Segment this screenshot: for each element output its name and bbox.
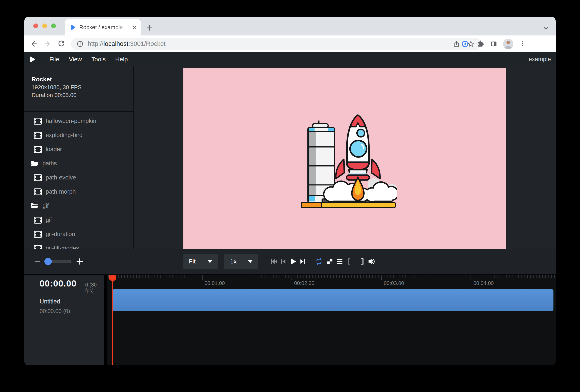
folder-open-icon <box>30 160 39 167</box>
rocket <box>336 115 380 180</box>
ruler-label: 00:04.00 <box>473 280 494 286</box>
sidebar-folder-gif[interactable]: gif <box>24 199 133 213</box>
side-panel-icon[interactable] <box>490 40 498 48</box>
divider <box>104 275 107 365</box>
browser-window: Rocket / example - Remotion Pr <box>24 17 556 365</box>
sidebar-item-gif[interactable]: gif <box>24 213 133 227</box>
current-timecode: 00:00.00 <box>40 278 77 289</box>
password-manager-extension-icon[interactable] <box>461 40 469 48</box>
composition-resolution-fps: 1920x1080, 30 FPS <box>31 83 133 91</box>
sidebar-item-halloween-pumpkin[interactable]: halloween-pumpkin <box>24 114 133 128</box>
film-icon <box>34 188 42 195</box>
profile-avatar[interactable] <box>503 39 513 49</box>
composition-name: Rocket <box>31 76 133 83</box>
tab-close-icon[interactable] <box>132 24 138 31</box>
chevron-down-icon <box>248 260 253 263</box>
app-menu-bar: File View Tools Help example <box>24 52 556 66</box>
tab-search-chevron-icon[interactable] <box>542 25 550 31</box>
timeline-panel: 00:00.00 0 (30 fps) Untitled 00:00.00 (0… <box>24 275 556 365</box>
size-mode-dropdown[interactable]: Fit <box>183 254 218 269</box>
play-button[interactable] <box>289 258 297 265</box>
menu-tools[interactable]: Tools <box>87 56 110 63</box>
preview-zoom-slider[interactable] <box>45 258 71 265</box>
film-icon <box>34 118 42 125</box>
menu-file[interactable]: File <box>45 56 64 63</box>
timeline-rows-button[interactable] <box>336 258 343 265</box>
playhead-marker[interactable] <box>109 275 116 282</box>
volume-button[interactable] <box>368 258 376 265</box>
project-name-label: example <box>529 56 551 63</box>
slider-knob[interactable] <box>44 258 52 265</box>
playback-rate-dropdown[interactable]: 1x <box>224 254 258 269</box>
sidebar-item-exploding-bird[interactable]: exploding-bird <box>24 128 133 142</box>
loop-button[interactable] <box>315 258 323 265</box>
film-icon <box>34 132 42 139</box>
ruler-label: 00:03.00 <box>384 280 404 286</box>
tab-title: Rocket / example - Remotion Pr <box>79 24 125 31</box>
sidebar-item-gif-fill-modes[interactable]: gif-fill-modes <box>24 241 133 249</box>
sidebar-item-gif-duration[interactable]: gif-duration <box>24 227 133 241</box>
film-icon <box>34 217 42 224</box>
browser-tab[interactable]: Rocket / example - Remotion Pr <box>65 19 141 35</box>
ruler-label: 00:01.00 <box>204 280 225 286</box>
share-icon[interactable] <box>453 40 460 47</box>
film-icon <box>34 174 42 181</box>
next-frame-button[interactable] <box>299 258 306 265</box>
remotion-favicon <box>70 24 76 30</box>
film-icon <box>34 245 42 250</box>
transparency-checkerboard-button[interactable] <box>326 258 333 265</box>
sidebar-item-path-morph[interactable]: path-morph <box>24 185 133 199</box>
chevron-down-icon <box>208 260 212 263</box>
composition-info-panel: Rocket 1920x1080, 30 FPS Duration 00:05.… <box>24 66 133 112</box>
zoom-out-icon[interactable] <box>33 258 41 265</box>
track-name: Untitled <box>40 298 104 305</box>
tab-strip: Rocket / example - Remotion Pr <box>24 17 556 35</box>
playhead-line[interactable] <box>112 275 113 365</box>
content-area: Rocket 1920x1080, 30 FPS Duration 00:05.… <box>24 66 556 249</box>
in-point-bracket-button[interactable] <box>346 258 354 265</box>
out-point-bracket-button[interactable] <box>358 258 365 265</box>
sidebar-item-path-evolve[interactable]: path-evolve <box>24 170 133 185</box>
rocket-flame <box>352 177 364 200</box>
timeline-info-panel: 00:00.00 0 (30 fps) Untitled 00:00.00 (0… <box>24 275 104 365</box>
composition-canvas[interactable] <box>183 68 506 254</box>
menu-view[interactable]: View <box>64 56 87 63</box>
browser-menu-icon[interactable] <box>519 40 526 47</box>
url-text: http://localhost:3001/Rocket <box>88 40 165 47</box>
site-info-icon[interactable] <box>76 40 84 48</box>
divider <box>24 274 556 275</box>
current-frame-info: 0 (30 fps) <box>85 282 104 294</box>
track-start-time: 00:00.00 (0) <box>40 308 104 315</box>
address-bar[interactable]: http://localhost:3001/Rocket <box>71 38 481 50</box>
menu-items: File View Tools Help <box>45 56 133 63</box>
film-icon <box>34 231 42 238</box>
playback-controls-bar: Fit 1x <box>24 249 556 274</box>
ruler-label: 00:02.00 <box>294 280 314 286</box>
composition-list: halloween-pumpkin exploding-bird loader … <box>24 112 133 249</box>
extensions-puzzle-icon[interactable] <box>476 40 484 48</box>
minimize-window-button[interactable] <box>42 23 47 28</box>
fullscreen-window-button[interactable] <box>51 23 56 28</box>
close-window-button[interactable] <box>33 23 38 28</box>
preview-area <box>134 66 556 249</box>
remotion-logo-icon[interactable] <box>29 56 35 63</box>
timeline-track-area[interactable]: 00:01.00 00:02.00 00:03.00 00:04.00 <box>107 275 556 365</box>
composition-duration: Duration 00:05.00 <box>31 91 133 99</box>
reload-icon[interactable] <box>57 40 65 48</box>
rocket-illustration <box>301 111 397 210</box>
folder-open-icon <box>30 203 39 210</box>
timeline-track-bar[interactable] <box>113 289 554 311</box>
skip-to-start-button[interactable] <box>270 258 278 265</box>
forward-icon[interactable] <box>44 40 51 48</box>
compositions-sidebar: Rocket 1920x1080, 30 FPS Duration 00:05.… <box>24 66 134 249</box>
browser-toolbar: http://localhost:3001/Rocket <box>24 35 556 52</box>
menu-help[interactable]: Help <box>111 56 133 63</box>
back-icon[interactable] <box>30 40 38 48</box>
previous-frame-button[interactable] <box>279 258 287 265</box>
sidebar-item-loader[interactable]: loader <box>24 142 133 156</box>
zoom-in-icon[interactable] <box>76 258 84 265</box>
new-tab-button[interactable] <box>146 25 153 31</box>
film-icon <box>34 146 42 153</box>
sidebar-folder-paths[interactable]: paths <box>24 156 133 170</box>
